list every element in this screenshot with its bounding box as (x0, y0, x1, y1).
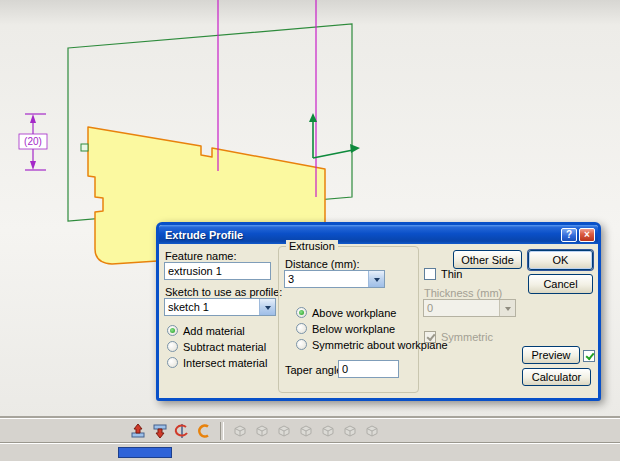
extrude-cut-icon[interactable] (150, 421, 170, 441)
calculator-button[interactable]: Calculator (522, 368, 591, 386)
loft-icon (296, 421, 316, 441)
radio-indicator (167, 341, 178, 352)
dropdown-arrow-icon (499, 300, 515, 316)
radio-label: Subtract material (183, 341, 266, 353)
symmetric-checkbox: Symmetric (424, 330, 493, 343)
radio-intersect-material[interactable]: Intersect material (167, 356, 267, 369)
vertex-marker[interactable] (81, 144, 88, 151)
checkbox-label: Symmetric (441, 331, 493, 343)
thickness-combobox (423, 299, 516, 317)
close-button[interactable]: × (579, 228, 595, 242)
distance-value[interactable] (285, 271, 368, 287)
app-window: (20) Extrude Profile ? × Feature name: S… (0, 0, 620, 461)
dropdown-arrow-icon[interactable] (259, 299, 275, 315)
extrusion-group-title: Extrusion (286, 240, 338, 252)
dimension-annotation[interactable]: (20) (19, 114, 47, 170)
dimension-label: (20) (24, 136, 42, 147)
radio-below-workplane[interactable]: Below workplane (296, 322, 395, 335)
taper-angle-input[interactable] (338, 360, 399, 378)
toolbar-separator (220, 422, 224, 440)
extrude-boss-icon[interactable] (128, 421, 148, 441)
help-button[interactable]: ? (561, 228, 577, 242)
radio-label: Intersect material (183, 357, 267, 369)
taper-angle-label: Taper angle: (285, 364, 346, 376)
other-side-button[interactable]: Other Side (453, 250, 522, 269)
radio-indicator (296, 339, 307, 350)
radio-label: Add material (183, 325, 245, 337)
status-bar (0, 442, 620, 461)
thin-checkbox[interactable]: Thin (424, 267, 462, 280)
radio-subtract-material[interactable]: Subtract material (167, 340, 266, 353)
fillet-icon (230, 421, 250, 441)
pattern-icon (318, 421, 338, 441)
radio-add-material[interactable]: Add material (167, 324, 245, 337)
thickness-label: Thickness (mm) (424, 287, 502, 299)
sketch-profile-value[interactable] (165, 299, 259, 315)
cancel-button[interactable]: Cancel (528, 274, 593, 294)
radio-indicator (167, 357, 178, 368)
checkbox-box (424, 268, 436, 280)
thickness-value (424, 300, 499, 316)
checkbox-box (424, 331, 436, 343)
sweep-icon[interactable] (194, 421, 214, 441)
extrude-profile-dialog: Extrude Profile ? × Feature name: Sketch… (156, 222, 601, 401)
sketch-profile-combobox[interactable] (164, 298, 276, 316)
radio-indicator (296, 323, 307, 334)
chamfer-icon (252, 421, 272, 441)
distance-label: Distance (mm): (285, 258, 360, 270)
preview-button[interactable]: Preview (522, 346, 580, 364)
mirror-icon (340, 421, 360, 441)
dialog-titlebar[interactable]: Extrude Profile ? × (159, 225, 598, 244)
ok-button[interactable]: OK (528, 250, 593, 270)
boolean-icon (362, 421, 382, 441)
radio-indicator (167, 325, 178, 336)
dialog-title: Extrude Profile (162, 229, 559, 241)
checkbox-box (583, 350, 595, 362)
radio-label: Above workplane (312, 307, 396, 319)
revolve-icon[interactable] (172, 421, 192, 441)
radio-label: Below workplane (312, 323, 395, 335)
radio-indicator (296, 307, 307, 318)
shell-icon (274, 421, 294, 441)
preview-checkbox[interactable] (583, 349, 595, 362)
feature-name-label: Feature name: (165, 250, 237, 262)
dropdown-arrow-icon[interactable] (368, 271, 384, 287)
distance-combobox[interactable] (284, 270, 385, 288)
feature-name-input[interactable] (164, 262, 271, 280)
features-toolbar (0, 418, 620, 442)
checkbox-label: Thin (441, 268, 462, 280)
sketch-profile-label: Sketch to use as profile: (165, 286, 282, 298)
radio-above-workplane[interactable]: Above workplane (296, 306, 396, 319)
status-indicator (118, 447, 172, 458)
